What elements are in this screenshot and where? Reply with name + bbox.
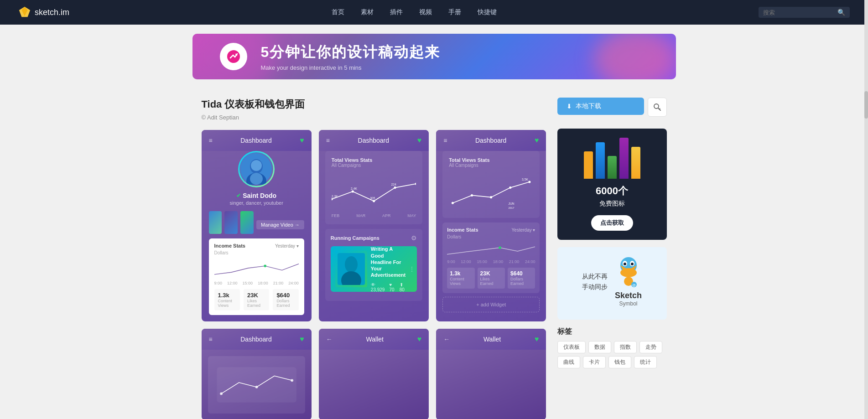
media-thumb-1 [209,211,222,234]
time-labels-1: 9:00 12:00 15:00 18:00 21:00 24:00 [214,281,299,285]
bar-4 [619,138,629,179]
search-box: 🔍 [759,7,850,18]
svg-point-32 [220,392,223,395]
card-1-menu-icon: ≡ [209,137,213,144]
tag-0[interactable]: 仪表板 [557,341,586,353]
rc-item-stats: 👁 23,929 ♥ 70 ⬆ 80 [371,282,405,292]
bar-1 [584,151,593,179]
svg-point-9 [264,265,266,268]
cards-grid: ≡ Dashboard ♥ [202,130,546,419]
card-3-stats-filter[interactable]: Yesterday ▾ [512,228,535,233]
card-bottom-dashboard[interactable]: ≡ Dashboard ♥ [202,329,312,419]
ad-icons-btn[interactable]: 点击获取 [591,215,633,231]
rc-stat-shares: ⬆ 80 [400,282,406,292]
svg-point-41 [624,263,626,265]
card-bottom-2-heart-icon: ♥ [417,335,422,343]
main-content: Tida 仪表板和钱包界面 © Adit Septian ≡ Dashboard… [202,98,546,419]
svg-text:@: @ [632,283,636,287]
mini-chart-3 [447,243,535,257]
rc-settings-icon: ⚙ [411,234,417,242]
header: sketch.im 首页 素材 插件 视频 手册 快捷键 🔍 [0,0,868,25]
chart-label-3: Total Views Stats [449,157,533,163]
nav-shortcuts[interactable]: 快捷键 [478,8,497,16]
card-1-header: ≡ Dashboard ♥ [202,130,312,151]
tag-4[interactable]: 曲线 [557,356,580,368]
bar-5 [631,147,640,179]
rc-item-image [335,251,367,287]
stats-filter[interactable]: Yesterday ▾ [275,243,299,248]
download-button[interactable]: ⬇ 本地下载 [557,98,644,115]
nav-home[interactable]: 首页 [332,8,344,16]
search-input[interactable] [763,9,834,16]
banner-icon [220,43,247,70]
month-labels-2: FEB MAR APR MAY [332,213,416,218]
card-3-menu-icon: ≡ [443,137,447,144]
ad-block-sketch[interactable]: 从此不再手动同步 [557,247,667,320]
card-3-body: Total Views Stats All Campaigns 3,5K [436,151,546,319]
tag-6[interactable]: 钱包 [608,356,631,368]
card-bottom-wallet-2[interactable]: ← Wallet ♥ [436,329,546,419]
stats-header: Income Stats Yesterday ▾ [214,243,299,248]
avatar-ring [238,151,275,187]
stats-title: Income Stats [214,243,245,248]
banner-title: 5分钟让你的设计稿动起来 [261,42,441,62]
card-bottom-2-back-icon: ← [326,336,333,343]
nav-manual[interactable]: 手册 [448,8,461,16]
stat-dollars: $640 Dollars Earned [273,289,298,310]
nav-video[interactable]: 视频 [419,8,432,16]
download-icon: ⬇ [567,103,572,110]
card-dashboard-charts[interactable]: ≡ Dashboard ♥ Total Views Stats All Camp… [319,130,429,321]
key-icon [653,103,661,111]
tag-3[interactable]: 走势 [639,341,662,353]
manage-video-button[interactable]: Manage Video → [256,220,304,229]
svg-point-24 [490,196,492,198]
card-1-title: Dashboard [240,137,272,144]
svg-point-42 [631,263,634,265]
card-bottom-3-back-icon: ← [443,336,450,343]
nav-plugins[interactable]: 插件 [390,8,403,16]
card-3-stats-header: Income Stats Yesterday ▾ [447,227,535,233]
rc-item[interactable]: Writing A Good Headline For Your Adverti… [331,246,417,292]
sidebar: ⬇ 本地下载 [557,98,667,419]
card-bottom-3-title: Wallet [483,336,501,343]
tags-title: 标签 [557,327,667,336]
svg-rect-31 [217,367,296,403]
banner[interactable]: 5分钟让你的设计稿动起来 Make your design interactiv… [192,34,676,79]
tag-7[interactable]: 统计 [634,356,657,368]
card-bottom-1-menu-icon: ≡ [209,336,213,343]
card-dashboard-stats[interactable]: ≡ Dashboard ♥ Total Views Stats All Camp… [436,130,546,321]
ad-sketch-sub: Symbol [619,300,637,307]
card-bottom-2-header: ← Wallet ♥ [319,329,429,350]
stat-3-views: 1.3k Content Views [447,268,474,289]
tag-1[interactable]: 数据 [588,341,611,353]
svg-text:305: 305 [370,197,375,200]
nav-assets[interactable]: 素材 [361,8,374,16]
ad-block-icons[interactable]: 6000个 免费图标 点击获取 [557,129,667,240]
add-widget-btn[interactable]: + add Widget [442,297,540,312]
svg-text:2,3K: 2,3K [332,195,338,198]
stats-subtitle: Dollars [214,250,299,255]
logo[interactable]: sketch.im [18,6,69,19]
scrollbar[interactable] [864,0,868,419]
rc-stat-likes: ♥ 70 [389,282,395,292]
card-bottom-wallet-1[interactable]: ← Wallet ♥ [319,329,429,419]
key-icon-button[interactable] [648,98,667,117]
ad-sketch-logo-name: Sketch [615,291,642,300]
tags-list: 仪表板 数据 指数 走势 曲线 卡片 钱包 统计 [557,341,667,368]
media-thumb-3 [240,211,254,234]
card-bottom-1-header: ≡ Dashboard ♥ [202,329,312,350]
media-thumbnails: Manage Video → [209,211,304,234]
search-icon: 🔍 [837,9,845,16]
card-bottom-3-body [436,350,546,419]
mini-chart-1 [214,259,299,277]
ad-sketch-text: 从此不再手动同步 [582,271,608,292]
card-3-stats-title: Income Stats [447,227,478,233]
rc-header: Running Campaigns ⚙ [331,234,417,242]
card-dashboard-profile[interactable]: ≡ Dashboard ♥ [202,130,312,321]
tag-2[interactable]: 指数 [614,341,637,353]
rc-stat-views: 👁 23,929 [371,282,385,292]
scrollbar-thumb[interactable] [864,91,868,119]
avatar-inner [239,152,273,186]
tag-5[interactable]: 卡片 [583,356,606,368]
svg-point-12 [373,200,375,202]
